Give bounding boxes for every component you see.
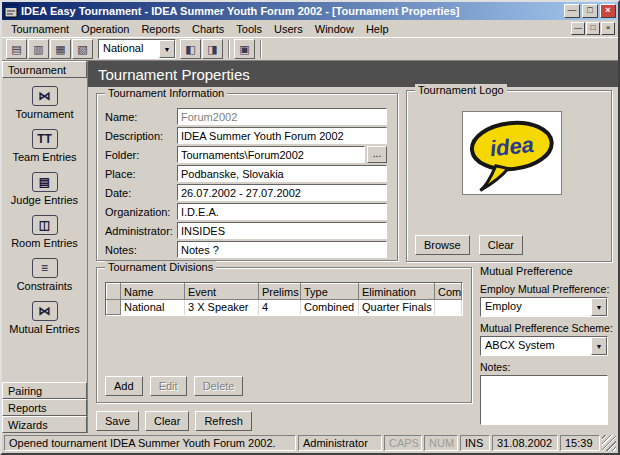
mdi-restore-button[interactable]: □ bbox=[586, 22, 600, 35]
toolbar-icon-2[interactable]: ▥ bbox=[28, 39, 49, 59]
cell-type: Combined bbox=[301, 300, 359, 315]
mutual-scheme-combobox[interactable]: ABCX System ▼ bbox=[480, 336, 608, 356]
refresh-button[interactable]: Refresh bbox=[195, 411, 252, 431]
mutual-prefference-panel: Mutual Prefference Employ Mutual Preffer… bbox=[480, 265, 612, 413]
cell-comment bbox=[435, 300, 462, 315]
page-header: Tournament Properties bbox=[88, 61, 618, 87]
toolbar-icon-3[interactable]: ▦ bbox=[50, 39, 71, 59]
room-entries-icon: ◫ bbox=[32, 215, 58, 235]
cell-elimination: Quarter Finals bbox=[359, 300, 435, 315]
toolbar-separator bbox=[228, 40, 230, 58]
field-row: Description: bbox=[105, 127, 391, 144]
toolbar-icon-4[interactable]: ▧ bbox=[72, 39, 93, 59]
administrator-field[interactable] bbox=[177, 222, 387, 239]
folder-browse-button[interactable]: ... bbox=[367, 146, 387, 163]
cell-prelims: 4 bbox=[259, 300, 301, 315]
status-date: 31.08.2002 bbox=[492, 435, 558, 451]
column-header-comment[interactable]: Comment bbox=[435, 284, 462, 300]
judge-entries-icon: ▤ bbox=[32, 172, 58, 192]
sidebar-item-label: Room Entries bbox=[2, 237, 87, 249]
toolbar: ▤ ▥ ▦ ▧ National ▼ ◧ ◨ ▣ bbox=[2, 37, 618, 61]
table-row[interactable]: National 3 X Speaker 4 Combined Quarter … bbox=[107, 300, 462, 315]
mutual-prefference-title: Mutual Prefference bbox=[480, 265, 612, 277]
menu-help[interactable]: Help bbox=[360, 22, 395, 36]
sidebar-item-judge-entries[interactable]: ▤ Judge Entries bbox=[2, 172, 87, 206]
column-header-elimination[interactable]: Elimination bbox=[359, 284, 435, 300]
clear-button[interactable]: Clear bbox=[145, 411, 189, 431]
cell-event: 3 X Speaker bbox=[185, 300, 259, 315]
browse-button[interactable]: Browse bbox=[415, 235, 470, 255]
close-button[interactable]: × bbox=[600, 4, 616, 18]
sidebar-item-team-entries[interactable]: TT Team Entries bbox=[2, 129, 87, 163]
organization-label: Organization: bbox=[105, 206, 177, 218]
name-field[interactable] bbox=[177, 108, 387, 125]
column-header-type[interactable]: Type bbox=[301, 284, 359, 300]
save-button[interactable]: Save bbox=[96, 411, 139, 431]
divisions-grid: Name Event Prelims Type Elimination Comm… bbox=[105, 282, 463, 316]
sidebar-section-wizards[interactable]: Wizards bbox=[2, 416, 87, 433]
sidebar-item-room-entries[interactable]: ◫ Room Entries bbox=[2, 215, 87, 249]
menu-reports[interactable]: Reports bbox=[135, 22, 186, 36]
sidebar-item-constraints[interactable]: ≡ Constraints bbox=[2, 258, 87, 292]
column-header-name[interactable]: Name bbox=[121, 284, 185, 300]
folder-field[interactable] bbox=[177, 146, 365, 163]
toolbar-icon-1[interactable]: ▤ bbox=[6, 39, 27, 59]
mutual-notes-textarea[interactable] bbox=[480, 375, 608, 425]
mdi-close-button[interactable]: × bbox=[601, 22, 615, 35]
date-label: Date: bbox=[105, 187, 177, 199]
team-entries-icon: TT bbox=[32, 129, 58, 149]
field-row: Administrator: bbox=[105, 222, 391, 239]
date-field[interactable] bbox=[177, 184, 387, 201]
menu-operation[interactable]: Operation bbox=[75, 22, 135, 36]
column-header-prelims[interactable]: Prelims bbox=[259, 284, 301, 300]
organization-field[interactable] bbox=[177, 203, 387, 220]
menu-tournament[interactable]: Tournament bbox=[5, 22, 75, 36]
toolbar-icon-6[interactable]: ◨ bbox=[202, 39, 223, 59]
menu-tools[interactable]: Tools bbox=[230, 22, 268, 36]
tournament-divisions-group: Tournament Divisions Name Event Prelims … bbox=[96, 267, 472, 403]
description-label: Description: bbox=[105, 130, 177, 142]
group-legend: Tournament Divisions bbox=[105, 261, 216, 273]
chevron-down-icon[interactable]: ▼ bbox=[591, 337, 607, 355]
division-combobox[interactable]: National ▼ bbox=[98, 39, 176, 59]
grid-corner bbox=[107, 284, 121, 300]
delete-division-button[interactable]: Delete bbox=[194, 376, 244, 396]
add-division-button[interactable]: Add bbox=[105, 376, 143, 396]
employ-mutual-combobox[interactable]: Employ ▼ bbox=[480, 297, 608, 317]
menu-window[interactable]: Window bbox=[309, 22, 360, 36]
clear-logo-button[interactable]: Clear bbox=[479, 235, 523, 255]
sidebar-item-mutual-entries[interactable]: ⋈ Mutual Entries bbox=[2, 301, 87, 335]
menu-charts[interactable]: Charts bbox=[186, 22, 230, 36]
toolbar-icon-5[interactable]: ◧ bbox=[180, 39, 201, 59]
sidebar-section-pairing[interactable]: Pairing bbox=[2, 382, 87, 399]
column-header-event[interactable]: Event bbox=[185, 284, 259, 300]
field-row: Date: bbox=[105, 184, 391, 201]
menu-users[interactable]: Users bbox=[268, 22, 309, 36]
row-selector[interactable] bbox=[107, 300, 121, 315]
content-area: Tournament ⋈ Tournament TT Team Entries … bbox=[2, 61, 618, 433]
chevron-down-icon[interactable]: ▼ bbox=[159, 40, 175, 58]
maximize-button[interactable]: □ bbox=[582, 4, 598, 18]
description-field[interactable] bbox=[177, 127, 387, 144]
sidebar-section-tournament[interactable]: Tournament bbox=[2, 61, 87, 78]
place-field[interactable] bbox=[177, 165, 387, 182]
sidebar-items: ⋈ Tournament TT Team Entries ▤ Judge Ent… bbox=[2, 78, 87, 382]
menubar: Tournament Operation Reports Charts Tool… bbox=[2, 20, 618, 37]
resize-grip[interactable] bbox=[602, 435, 616, 451]
chevron-down-icon[interactable]: ▼ bbox=[591, 298, 607, 316]
sidebar-item-tournament[interactable]: ⋈ Tournament bbox=[2, 86, 87, 120]
sidebar-item-label: Team Entries bbox=[2, 151, 87, 163]
cell-name: National bbox=[121, 300, 185, 315]
mutual-entries-icon: ⋈ bbox=[32, 301, 58, 321]
status-user: Administrator bbox=[298, 435, 382, 451]
mdi-minimize-button[interactable]: — bbox=[571, 22, 585, 35]
name-label: Name: bbox=[105, 111, 177, 123]
sidebar-section-reports[interactable]: Reports bbox=[2, 399, 87, 416]
toolbar-icon-7[interactable]: ▣ bbox=[234, 39, 255, 59]
edit-division-button[interactable]: Edit bbox=[150, 376, 187, 396]
window-title: IDEA Easy Tournament - IDEA Summer Youth… bbox=[21, 5, 562, 17]
page-body: Tournament Information Name: Description… bbox=[88, 87, 618, 433]
notes-field[interactable] bbox=[177, 241, 387, 258]
tournament-logo-group: Tournament Logo idea Browse Clear bbox=[406, 90, 612, 262]
minimize-button[interactable]: — bbox=[564, 4, 580, 18]
